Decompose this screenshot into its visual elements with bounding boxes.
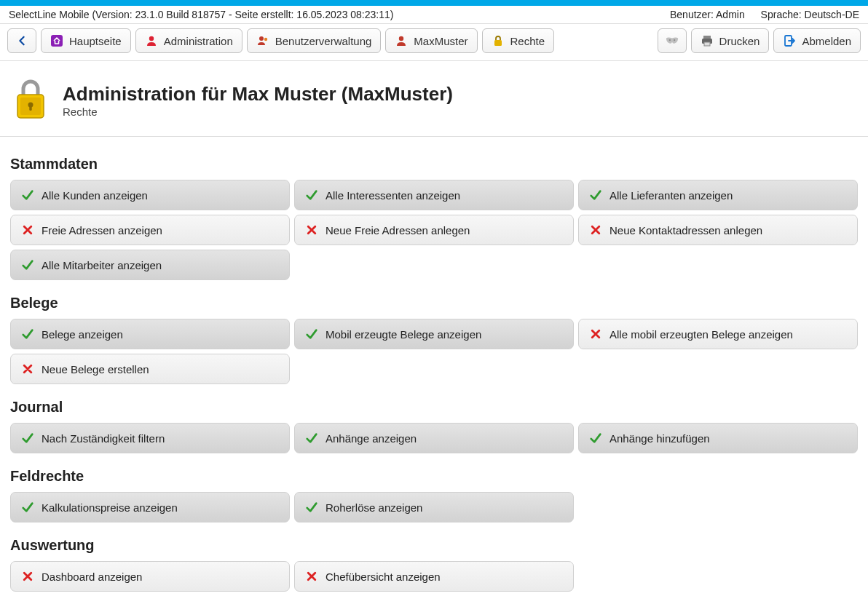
svg-point-2 xyxy=(259,36,264,41)
brand-topbar xyxy=(0,0,868,6)
check-icon xyxy=(305,188,318,202)
permission-label: Alle Mitarbeiter anzeigen xyxy=(42,259,162,271)
permission-chefubersicht-anzeigen[interactable]: Chefübersicht anzeigen xyxy=(294,561,574,592)
logout-icon xyxy=(783,34,796,47)
arrow-left-icon xyxy=(15,34,28,47)
user-text: Benutzer: Admin xyxy=(670,9,745,20)
user-breadcrumb[interactable]: MaxMuster xyxy=(385,28,477,53)
cross-icon xyxy=(589,327,602,341)
permission-label: Alle Lieferanten anzeigen xyxy=(609,189,733,202)
check-icon xyxy=(589,432,602,445)
permission-alle-lieferanten-anzeigen[interactable]: Alle Lieferanten anzeigen xyxy=(578,180,858,210)
svg-point-7 xyxy=(674,39,675,41)
content: StammdatenAlle Kunden anzeigenAlle Inter… xyxy=(0,137,868,604)
users-icon xyxy=(256,34,269,47)
logout-button[interactable]: Abmelden xyxy=(773,28,861,53)
svg-rect-8 xyxy=(703,36,711,39)
svg-point-3 xyxy=(264,38,267,41)
back-button[interactable] xyxy=(7,28,36,53)
section-title-journal: Journal xyxy=(10,399,858,416)
svg-rect-5 xyxy=(494,40,502,46)
permission-anhange-hinzufugen[interactable]: Anhänge hinzufügen xyxy=(578,423,858,453)
permission-alle-interessenten-anzeigen[interactable]: Alle Interessenten anzeigen xyxy=(294,180,574,210)
home-button[interactable]: Hauptseite xyxy=(41,28,131,53)
section-title-feldrechte: Feldrechte xyxy=(10,468,858,485)
permissions-grid: Kalkulationspreise anzeigenRoherlöse anz… xyxy=(10,492,858,522)
permission-label: Anhänge hinzufügen xyxy=(609,432,710,445)
version-text: SelectLine Mobile (Version: 23.1.0 Build… xyxy=(9,9,393,20)
cross-icon xyxy=(589,223,602,237)
usermgmt-label: Benutzerverwaltung xyxy=(275,35,372,47)
check-icon xyxy=(21,501,34,514)
check-icon xyxy=(21,327,34,341)
permission-alle-mitarbeiter-anzeigen[interactable]: Alle Mitarbeiter anzeigen xyxy=(10,250,290,280)
svg-rect-15 xyxy=(29,105,31,111)
permission-neue-freie-adressen-anlegen[interactable]: Neue Freie Adressen anlegen xyxy=(294,215,574,245)
permission-roherlose-anzeigen[interactable]: Roherlöse anzeigen xyxy=(294,492,574,522)
permission-alle-kunden-anzeigen[interactable]: Alle Kunden anzeigen xyxy=(10,180,290,210)
check-icon xyxy=(21,432,34,445)
print-button[interactable]: Drucken xyxy=(691,28,770,53)
cross-icon xyxy=(305,223,318,237)
permission-label: Neue Kontaktadressen anlegen xyxy=(609,224,762,237)
permission-dashboard-anzeigen[interactable]: Dashboard anzeigen xyxy=(10,561,290,592)
permission-label: Kalkulationspreise anzeigen xyxy=(42,501,178,514)
check-icon xyxy=(21,188,34,202)
permission-alle-mobil-erzeugten-belege-anzeigen[interactable]: Alle mobil erzeugten Belege anzeigen xyxy=(578,319,858,349)
permission-neue-belege-erstellen[interactable]: Neue Belege erstellen xyxy=(10,354,290,384)
permissions-grid: Alle Kunden anzeigenAlle Interessenten a… xyxy=(10,180,858,280)
permission-kalkulationspreise-anzeigen[interactable]: Kalkulationspreise anzeigen xyxy=(10,492,290,522)
section-title-belege: Belege xyxy=(10,295,858,311)
user-label: MaxMuster xyxy=(414,35,467,47)
page-subtitle: Rechte xyxy=(63,106,453,118)
lang-text: Sprache: Deutsch-DE xyxy=(761,9,859,20)
admin-breadcrumb[interactable]: Administration xyxy=(135,28,242,53)
permissions-grid: Nach Zuständigkeit filternAnhänge anzeig… xyxy=(10,423,858,453)
permission-belege-anzeigen[interactable]: Belege anzeigen xyxy=(10,319,290,349)
permissions-grid: Belege anzeigenMobil erzeugte Belege anz… xyxy=(10,319,858,384)
user-shield-icon xyxy=(145,34,158,47)
svg-rect-10 xyxy=(704,42,710,46)
lock-icon xyxy=(492,34,505,47)
lock-large-icon xyxy=(13,77,48,123)
rights-breadcrumb[interactable]: Rechte xyxy=(482,28,555,53)
check-icon xyxy=(21,258,34,271)
permission-label: Belege anzeigen xyxy=(42,328,123,341)
toolbar: Hauptseite Administration Benutzerverwal… xyxy=(0,23,868,61)
logout-label: Abmelden xyxy=(802,35,851,47)
permission-label: Alle mobil erzeugten Belege anzeigen xyxy=(609,328,793,341)
check-icon xyxy=(305,432,318,445)
page-header: Administration für Max Muster (MaxMuster… xyxy=(0,61,868,137)
cross-icon xyxy=(21,362,34,375)
permission-label: Freie Adressen anzeigen xyxy=(42,224,162,237)
svg-point-4 xyxy=(399,36,403,41)
check-icon xyxy=(305,501,318,514)
cross-icon xyxy=(21,570,34,583)
section-title-auswertung: Auswertung xyxy=(10,537,858,554)
permission-mobil-erzeugte-belege-anzeigen[interactable]: Mobil erzeugte Belege anzeigen xyxy=(294,319,574,349)
cross-icon xyxy=(305,570,318,583)
usermgmt-breadcrumb[interactable]: Benutzerverwaltung xyxy=(247,28,382,53)
svg-point-6 xyxy=(668,39,670,41)
permission-anhange-anzeigen[interactable]: Anhänge anzeigen xyxy=(294,423,574,453)
permission-freie-adressen-anzeigen[interactable]: Freie Adressen anzeigen xyxy=(10,215,290,245)
print-label: Drucken xyxy=(719,35,760,47)
mask-icon xyxy=(666,34,679,47)
svg-point-1 xyxy=(149,36,154,41)
meta-bar: SelectLine Mobile (Version: 23.1.0 Build… xyxy=(0,6,868,23)
mask-button[interactable] xyxy=(658,28,687,53)
permission-nach-zustandigkeit-filtern[interactable]: Nach Zuständigkeit filtern xyxy=(10,423,290,453)
permission-label: Mobil erzeugte Belege anzeigen xyxy=(326,328,481,341)
admin-label: Administration xyxy=(164,35,233,47)
permission-neue-kontaktadressen-anlegen[interactable]: Neue Kontaktadressen anlegen xyxy=(578,215,858,245)
page-title: Administration für Max Muster (MaxMuster… xyxy=(63,83,453,106)
cross-icon xyxy=(21,223,34,237)
permission-label: Chefübersicht anzeigen xyxy=(326,571,441,583)
permission-label: Neue Freie Adressen anlegen xyxy=(326,224,470,237)
permission-label: Alle Interessenten anzeigen xyxy=(326,189,460,202)
home-label: Hauptseite xyxy=(69,35,122,47)
user-icon xyxy=(395,34,408,47)
permission-label: Nach Zuständigkeit filtern xyxy=(42,432,165,445)
permission-label: Alle Kunden anzeigen xyxy=(42,189,148,202)
permission-label: Dashboard anzeigen xyxy=(42,571,142,583)
